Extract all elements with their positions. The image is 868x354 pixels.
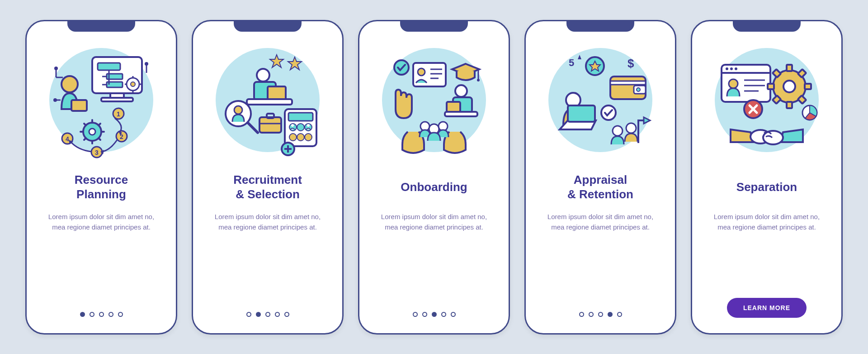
svg-point-54 bbox=[234, 106, 242, 114]
recruitment-selection-icon bbox=[209, 41, 326, 159]
svg-point-81 bbox=[477, 79, 480, 81]
svg-rect-100 bbox=[568, 105, 595, 122]
svg-rect-84 bbox=[447, 102, 460, 112]
svg-point-108 bbox=[726, 67, 728, 70]
dot-4[interactable] bbox=[608, 312, 613, 317]
learn-more-button[interactable]: LEARN MORE bbox=[727, 298, 807, 318]
dot-5[interactable] bbox=[451, 312, 456, 317]
svg-point-26 bbox=[89, 129, 95, 135]
slide-description: Lorem ipsum dolor sit dim amet no, mea r… bbox=[38, 211, 164, 304]
svg-line-31 bbox=[84, 124, 86, 125]
svg-rect-96 bbox=[610, 81, 646, 85]
svg-rect-123 bbox=[805, 84, 811, 89]
onboarding-slide-3: Onboarding Lorem ipsum dolor sit dim ame… bbox=[358, 20, 510, 335]
svg-line-34 bbox=[99, 124, 100, 125]
pagination-dots bbox=[413, 312, 456, 317]
svg-point-67 bbox=[297, 134, 304, 141]
pagination-dots bbox=[80, 312, 123, 317]
svg-text:3: 3 bbox=[95, 149, 99, 156]
pagination-dots bbox=[246, 312, 289, 317]
dot-2[interactable] bbox=[90, 312, 94, 317]
dot-2[interactable] bbox=[256, 312, 261, 317]
svg-point-49 bbox=[257, 69, 269, 81]
svg-rect-85 bbox=[445, 112, 477, 116]
svg-text:5: 5 bbox=[569, 57, 574, 68]
dot-3[interactable] bbox=[99, 312, 104, 317]
svg-point-111 bbox=[729, 79, 738, 88]
slide-description: Lorem ipsum dolor sit dim amet no, mea r… bbox=[704, 211, 830, 292]
svg-point-130 bbox=[763, 131, 783, 144]
dot-3[interactable] bbox=[598, 312, 603, 317]
svg-rect-56 bbox=[259, 117, 281, 133]
slide-title: Onboarding bbox=[401, 172, 467, 202]
svg-line-33 bbox=[84, 138, 86, 140]
svg-text:4: 4 bbox=[66, 135, 69, 143]
dot-3[interactable] bbox=[432, 312, 437, 317]
svg-line-32 bbox=[99, 138, 100, 140]
svg-rect-2 bbox=[98, 63, 120, 70]
dot-2[interactable] bbox=[422, 312, 427, 317]
svg-point-11 bbox=[131, 82, 135, 86]
slide-title: Appraisal & Retention bbox=[567, 172, 633, 202]
svg-rect-120 bbox=[787, 65, 792, 71]
svg-point-98 bbox=[637, 88, 640, 91]
svg-text:1: 1 bbox=[117, 110, 120, 118]
dot-1[interactable] bbox=[80, 312, 85, 317]
phone-notch bbox=[566, 20, 634, 32]
slide-description: Lorem ipsum dolor sit dim amet no, mea r… bbox=[538, 211, 663, 304]
appraisal-retention-icon: 5 $ bbox=[542, 41, 659, 159]
slide-description: Lorem ipsum dolor sit dim amet no, mea r… bbox=[371, 211, 497, 304]
onboarding-slide-4: 5 $ Appra bbox=[524, 20, 676, 335]
slide-description: Lorem ipsum dolor sit dim amet no, mea r… bbox=[205, 211, 330, 304]
svg-point-119 bbox=[783, 81, 795, 92]
svg-point-109 bbox=[730, 67, 733, 70]
dot-1[interactable] bbox=[579, 312, 584, 317]
svg-point-102 bbox=[613, 126, 623, 136]
svg-point-110 bbox=[735, 67, 737, 70]
resource-planning-icon: 1 2 3 4 bbox=[42, 41, 160, 159]
dot-4[interactable] bbox=[275, 312, 280, 317]
dot-4[interactable] bbox=[441, 312, 446, 317]
svg-rect-52 bbox=[247, 99, 292, 105]
onboarding-slide-5: Separation Lorem ipsum dolor sit dim ame… bbox=[691, 20, 843, 335]
svg-point-66 bbox=[289, 134, 297, 141]
svg-point-103 bbox=[626, 123, 636, 133]
dot-1[interactable] bbox=[246, 312, 251, 317]
svg-point-62 bbox=[297, 124, 304, 131]
svg-point-68 bbox=[305, 134, 312, 141]
svg-point-64 bbox=[291, 124, 294, 127]
svg-text:$: $ bbox=[627, 57, 634, 70]
onboarding-icon bbox=[375, 41, 493, 159]
svg-marker-104 bbox=[644, 117, 650, 124]
dot-5[interactable] bbox=[617, 312, 622, 317]
onboarding-slide-2: Recruitment & Selection Lorem ipsum dolo… bbox=[192, 20, 344, 335]
svg-rect-60 bbox=[288, 113, 313, 121]
dot-2[interactable] bbox=[589, 312, 594, 317]
svg-point-65 bbox=[307, 124, 310, 127]
svg-rect-17 bbox=[71, 100, 87, 111]
pagination-dots bbox=[579, 312, 622, 317]
phone-notch bbox=[234, 20, 302, 32]
dot-1[interactable] bbox=[413, 312, 418, 317]
dot-3[interactable] bbox=[265, 312, 270, 317]
dot-5[interactable] bbox=[118, 312, 123, 317]
svg-point-16 bbox=[61, 76, 78, 92]
svg-point-75 bbox=[418, 68, 425, 76]
svg-rect-122 bbox=[768, 84, 774, 89]
phone-notch bbox=[400, 20, 468, 32]
slide-title: Recruitment & Selection bbox=[233, 172, 302, 202]
phone-notch bbox=[733, 20, 801, 32]
svg-rect-121 bbox=[787, 102, 792, 108]
dot-4[interactable] bbox=[108, 312, 113, 317]
svg-rect-51 bbox=[268, 86, 286, 100]
onboarding-slide-1: 1 2 3 4 Resource Planning Lorem ipsum do… bbox=[25, 20, 177, 335]
separation-icon bbox=[708, 41, 826, 159]
dot-5[interactable] bbox=[284, 312, 289, 317]
slide-title: Separation bbox=[736, 172, 797, 202]
svg-rect-9 bbox=[101, 98, 133, 101]
phone-notch bbox=[67, 20, 135, 32]
svg-point-82 bbox=[455, 85, 467, 97]
slide-title: Resource Planning bbox=[75, 172, 128, 202]
